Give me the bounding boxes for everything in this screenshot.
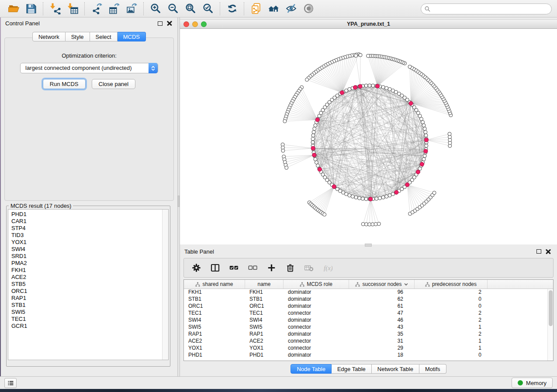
network-node[interactable] <box>368 84 371 87</box>
network-node[interactable] <box>422 158 426 161</box>
mcds-result-item[interactable]: STP4 <box>11 225 168 232</box>
network-node[interactable] <box>281 149 285 152</box>
mcds-result-item[interactable]: TEC1 <box>11 316 168 323</box>
mcds-result-item[interactable]: ACE2 <box>11 274 168 281</box>
column-header-MCDS-role[interactable]: MCDS role <box>284 280 349 289</box>
network-node[interactable] <box>315 161 318 164</box>
network-node[interactable] <box>423 127 426 131</box>
network-node[interactable] <box>351 195 354 198</box>
network-node[interactable] <box>425 144 428 148</box>
close-panel-icon[interactable] <box>167 21 172 26</box>
table-row[interactable]: YOX1YOX1connector291 <box>184 345 553 352</box>
mcds-hub-node[interactable] <box>405 183 409 187</box>
network-node[interactable] <box>448 132 451 136</box>
run-mcds-button[interactable]: Run MCDS <box>43 79 86 89</box>
network-node[interactable] <box>424 131 427 134</box>
search-box[interactable] <box>421 3 552 14</box>
import-network-button[interactable] <box>48 2 62 16</box>
mcds-hub-node[interactable] <box>358 84 362 88</box>
network-node[interactable] <box>285 166 288 169</box>
network-node[interactable] <box>423 154 426 158</box>
network-node[interactable] <box>388 194 391 197</box>
mcds-hub-node[interactable] <box>424 138 428 142</box>
network-node[interactable] <box>358 196 361 200</box>
tab-style[interactable]: Style <box>66 32 90 41</box>
deselect-all-button[interactable] <box>247 263 258 273</box>
network-node[interactable] <box>312 131 315 134</box>
network-node[interactable] <box>381 196 385 199</box>
mcds-result-item[interactable]: SWI5 <box>11 309 168 316</box>
tab-edge-table[interactable]: Edge Table <box>332 364 372 374</box>
mcds-hub-node[interactable] <box>340 91 344 95</box>
mcds-result-item[interactable]: YOX1 <box>11 239 168 246</box>
network-node[interactable] <box>375 197 378 200</box>
delete-entry-button[interactable] <box>285 263 295 273</box>
select-all-button[interactable] <box>228 263 239 273</box>
mcds-hub-node[interactable] <box>409 101 413 105</box>
network-node[interactable] <box>345 89 348 93</box>
network-node[interactable] <box>381 86 385 89</box>
add-entry-button[interactable] <box>266 263 277 273</box>
network-node[interactable] <box>314 124 317 127</box>
mcds-hub-node[interactable] <box>311 146 315 150</box>
hide-graphics-details-button[interactable] <box>284 2 298 16</box>
network-node[interactable] <box>311 141 315 144</box>
network-node[interactable] <box>421 120 425 124</box>
float-panel-icon[interactable] <box>158 21 163 26</box>
table-row[interactable]: ACE2ACE2connector311 <box>184 338 553 345</box>
network-node[interactable] <box>367 54 370 58</box>
table-row[interactable]: TEC1TEC1connector472 <box>184 310 553 317</box>
network-node[interactable] <box>391 193 394 196</box>
tab-network-table[interactable]: Network Table <box>372 364 419 374</box>
table-scrollbar-thumb[interactable] <box>549 290 553 326</box>
mcds-result-list[interactable]: PHD1CAR1STP4TID3YOX1SWI4SRD1PMA2FKH1ACE2… <box>8 209 169 360</box>
network-node[interactable] <box>371 84 375 87</box>
network-node[interactable] <box>311 137 315 141</box>
mcds-result-item[interactable]: RAP1 <box>11 295 168 302</box>
tab-select[interactable]: Select <box>90 32 118 41</box>
mcds-result-item[interactable]: PHD1 <box>11 211 168 218</box>
network-node[interactable] <box>354 54 358 58</box>
mcds-hub-node[interactable] <box>315 118 319 122</box>
export-network-button[interactable] <box>90 2 104 16</box>
export-image-button[interactable] <box>125 2 138 16</box>
network-node[interactable] <box>408 65 412 69</box>
float-table-panel-icon[interactable] <box>536 249 541 254</box>
open-file-button[interactable] <box>7 2 21 16</box>
tab-motifs[interactable]: Motifs <box>419 364 446 374</box>
mcds-result-item[interactable]: PMA2 <box>11 260 168 267</box>
zoom-in-button[interactable] <box>149 2 163 16</box>
network-node[interactable] <box>385 86 388 90</box>
refresh-button[interactable] <box>225 2 239 16</box>
toggle-panel-button[interactable] <box>210 263 220 273</box>
network-node[interactable] <box>388 87 391 91</box>
minimize-window-icon[interactable] <box>192 21 198 27</box>
zoom-window-icon[interactable] <box>201 21 207 27</box>
zoom-fit-button[interactable] <box>183 2 197 16</box>
mcds-result-item[interactable]: FKH1 <box>11 267 168 274</box>
network-node[interactable] <box>359 53 362 57</box>
network-node[interactable] <box>378 196 381 200</box>
save-session-button[interactable] <box>24 2 38 16</box>
network-node[interactable] <box>323 213 326 216</box>
first-neighbors-button[interactable] <box>266 2 280 16</box>
network-node[interactable] <box>424 134 428 137</box>
network-node[interactable] <box>305 78 309 82</box>
new-network-from-selection-button[interactable] <box>249 2 263 16</box>
network-canvas[interactable] <box>180 29 557 244</box>
mcds-result-item[interactable]: STB5 <box>11 281 168 288</box>
network-node[interactable] <box>385 195 388 198</box>
birds-eye-view-button[interactable] <box>301 2 315 16</box>
mcds-hub-node[interactable] <box>424 149 428 153</box>
zoom-out-button[interactable] <box>166 2 180 16</box>
network-node[interactable] <box>432 191 436 195</box>
zoom-selected-button[interactable] <box>201 2 215 16</box>
tab-network[interactable]: Network <box>32 32 66 41</box>
import-table-button[interactable] <box>66 2 80 16</box>
mcds-hub-node[interactable] <box>318 167 322 171</box>
mcds-hub-node[interactable] <box>369 197 373 201</box>
mcds-hub-node[interactable] <box>376 84 380 88</box>
mcds-hub-node[interactable] <box>332 185 336 189</box>
table-scrollbar[interactable] <box>547 289 553 361</box>
task-history-button[interactable] <box>4 378 17 388</box>
